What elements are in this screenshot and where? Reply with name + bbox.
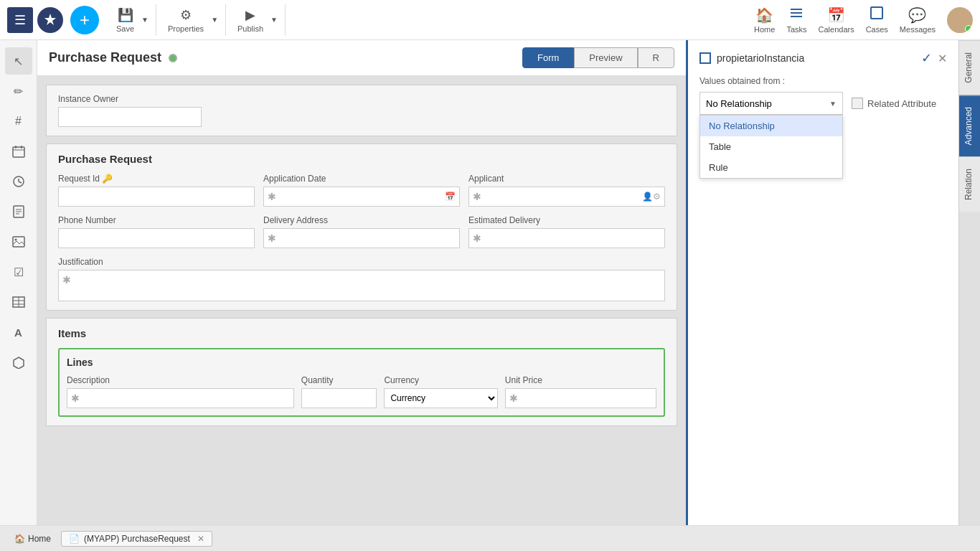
side-tab-advanced[interactable]: Advanced (959, 95, 980, 156)
justification-input[interactable] (58, 270, 665, 301)
cases-icon (870, 6, 884, 24)
side-tab-general[interactable]: General (959, 40, 980, 95)
form-tabs: Form Preview R (522, 47, 674, 68)
svg-rect-17 (13, 237, 24, 247)
application-date-input[interactable] (263, 187, 460, 207)
calendar-icon: 📅 (445, 192, 456, 202)
hamburger-button[interactable]: ☰ (7, 7, 33, 33)
left-sidebar: ↖ ✏ # ☑ A (0, 40, 37, 525)
nav-messages[interactable]: 💬 Messages (900, 6, 936, 34)
description-input[interactable] (67, 388, 294, 408)
svg-rect-6 (13, 147, 24, 157)
main-layout: ↖ ✏ # ☑ A Purchase Request Form (0, 40, 980, 525)
sidebar-table[interactable] (5, 288, 32, 316)
application-date-wrapper: ✱ 📅 (263, 187, 460, 207)
prop-panel-confirm-icon[interactable]: ✓ (921, 50, 932, 66)
home-label: Home (754, 25, 775, 34)
no-relationship-dropdown[interactable]: No Relationship ▼ (699, 92, 843, 115)
unit-price-input[interactable] (505, 388, 656, 408)
form-title: Purchase Request (49, 50, 161, 65)
prop-panel-checkbox[interactable] (699, 52, 711, 64)
nav-cases[interactable]: Cases (866, 6, 888, 34)
dropdown-item-no-relationship[interactable]: No Relationship (700, 116, 842, 136)
asterisk-icon-6: ✱ (71, 392, 80, 404)
home-tab[interactable]: 🏠 Home (7, 532, 58, 546)
publish-label: Publish (237, 24, 263, 33)
sidebar-clock[interactable] (5, 168, 32, 195)
side-tab-relation[interactable]: Relation (959, 156, 980, 212)
lines-title: Lines (67, 357, 656, 368)
tab-preview[interactable]: Preview (574, 47, 637, 68)
instance-owner-label: Instance Owner (58, 94, 665, 104)
form-status-dot (169, 54, 177, 62)
tab-other[interactable]: R (638, 47, 674, 68)
currency-select[interactable]: Currency USD EUR GBP (384, 388, 497, 408)
user-avatar[interactable] (947, 7, 973, 33)
nav-tasks[interactable]: Tasks (786, 6, 806, 34)
sidebar-document[interactable] (5, 198, 32, 225)
svg-rect-1 (791, 12, 802, 14)
quantity-field: Quantity (301, 375, 377, 408)
quantity-label: Quantity (301, 375, 377, 385)
related-attr-checkbox[interactable] (852, 98, 863, 109)
calendars-icon: 📅 (827, 6, 845, 24)
sidebar-text[interactable]: A (5, 319, 32, 346)
publish-dropdown[interactable]: ▼ (269, 13, 279, 27)
svg-rect-0 (791, 9, 802, 10)
sidebar-checkbox[interactable]: ☑ (5, 258, 32, 286)
tasks-icon (789, 6, 804, 24)
asterisk-icon-5: ✱ (62, 274, 71, 286)
justification-wrapper: ✱ (58, 270, 665, 301)
nav-home[interactable]: 🏠 Home (754, 6, 775, 34)
properties-dropdown[interactable]: ▼ (209, 13, 220, 27)
save-button[interactable]: 💾 Save (110, 4, 140, 36)
estimated-delivery-wrapper: ✱ (468, 228, 665, 248)
currency-field: Currency Currency USD EUR GBP (384, 375, 497, 408)
properties-icon: ⚙ (180, 7, 192, 23)
properties-label: Properties (168, 24, 204, 33)
phone-number-input[interactable] (58, 228, 255, 248)
dropdown-item-table[interactable]: Table (700, 136, 842, 157)
online-indicator (965, 25, 972, 32)
purchase-request-tab[interactable]: 📄 (MYAPP) PurchaseRequest ✕ (61, 531, 212, 547)
related-attr-row: Related Attribute (852, 98, 936, 109)
dropdown-item-rule[interactable]: Rule (700, 157, 842, 178)
purchase-request-title: Purchase Request (58, 153, 665, 165)
svg-marker-23 (14, 357, 24, 369)
sidebar-hash[interactable]: # (5, 108, 32, 135)
applicant-label: Applicant (468, 174, 665, 184)
content-area: Purchase Request Form Preview R Instance… (37, 40, 686, 525)
sidebar-image[interactable] (5, 228, 32, 255)
instance-owner-input[interactable] (58, 107, 202, 127)
key-icon: 🔑 (102, 174, 113, 184)
delivery-address-field: Delivery Address ✱ (263, 215, 460, 248)
nav-calendars[interactable]: 📅 Calendars (819, 6, 854, 34)
svg-rect-3 (871, 7, 882, 19)
sidebar-cube[interactable] (5, 349, 32, 376)
asterisk-icon: ✱ (268, 191, 276, 202)
asterisk-icon-3: ✱ (268, 232, 276, 244)
tab-form[interactable]: Form (522, 47, 574, 68)
applicant-input[interactable] (468, 187, 665, 207)
description-wrapper: ✱ (67, 388, 294, 408)
fields-row-2: Phone Number Delivery Address ✱ Estimate… (58, 215, 665, 248)
tab-close-icon[interactable]: ✕ (197, 534, 204, 544)
dropdown-wrapper: No Relationship ▼ No Relationship Table … (699, 92, 843, 115)
sidebar-calendar[interactable] (5, 138, 32, 165)
add-button[interactable]: + (70, 6, 99, 34)
properties-button[interactable]: ⚙ Properties (162, 4, 209, 36)
estimated-delivery-input[interactable] (468, 228, 665, 248)
delivery-address-input[interactable] (263, 228, 460, 248)
save-dropdown[interactable]: ▼ (140, 13, 150, 27)
sidebar-pencil[interactable]: ✏ (5, 77, 32, 105)
related-attr-label: Related Attribute (867, 98, 936, 109)
delivery-address-wrapper: ✱ (263, 228, 460, 248)
quantity-input[interactable] (301, 388, 377, 408)
sidebar-cursor[interactable]: ↖ (5, 47, 32, 75)
home-label-bottom: Home (28, 534, 51, 544)
save-group: 💾 Save ▼ (110, 4, 156, 36)
save-icon: 💾 (118, 7, 133, 23)
request-id-input[interactable] (58, 187, 255, 207)
publish-button[interactable]: ▶ Publish (232, 4, 269, 36)
prop-panel-close-icon[interactable]: ✕ (938, 52, 947, 65)
